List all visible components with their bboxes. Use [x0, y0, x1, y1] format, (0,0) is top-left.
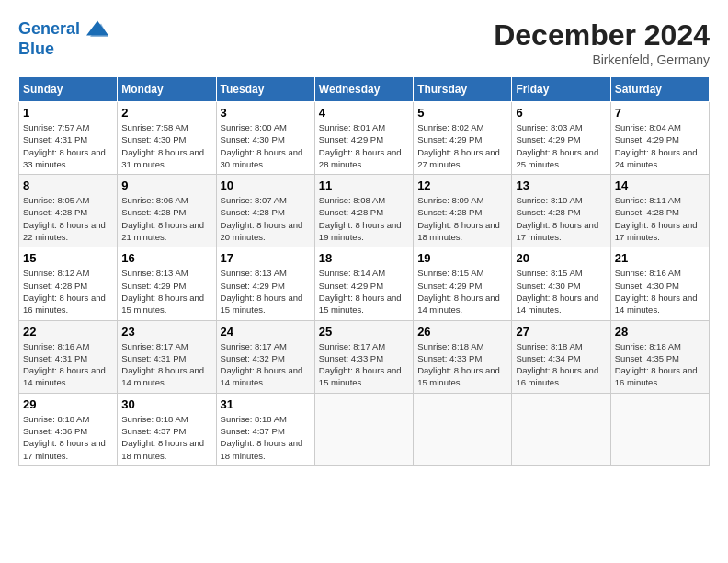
day-info: Sunrise: 8:05 AMSunset: 4:28 PMDaylight:…	[23, 194, 113, 243]
calendar-cell: 30Sunrise: 8:18 AMSunset: 4:37 PMDayligh…	[118, 393, 216, 465]
calendar-cell: 11Sunrise: 8:08 AMSunset: 4:28 PMDayligh…	[314, 175, 413, 247]
weekday-wednesday: Wednesday	[314, 77, 413, 102]
day-info: Sunrise: 8:02 AMSunset: 4:29 PMDaylight:…	[417, 121, 507, 170]
day-number: 25	[319, 325, 409, 339]
day-info: Sunrise: 8:15 AMSunset: 4:29 PMDaylight:…	[417, 267, 507, 316]
calendar-cell: 3Sunrise: 8:00 AMSunset: 4:30 PMDaylight…	[216, 102, 314, 175]
location: Birkenfeld, Germany	[494, 52, 710, 67]
calendar-cell: 22Sunrise: 8:16 AMSunset: 4:31 PMDayligh…	[19, 320, 118, 393]
calendar-table: SundayMondayTuesdayWednesdayThursdayFrid…	[18, 76, 710, 466]
day-number: 24	[221, 325, 311, 339]
day-info: Sunrise: 8:16 AMSunset: 4:31 PMDaylight:…	[23, 340, 113, 389]
day-info: Sunrise: 8:18 AMSunset: 4:37 PMDaylight:…	[221, 413, 311, 462]
day-number: 1	[23, 106, 113, 120]
calendar-cell: 20Sunrise: 8:15 AMSunset: 4:30 PMDayligh…	[512, 247, 610, 320]
weekday-friday: Friday	[512, 77, 610, 102]
title-block: December 2024 Birkenfeld, Germany	[494, 18, 710, 67]
day-number: 4	[319, 106, 409, 120]
day-info: Sunrise: 8:18 AMSunset: 4:37 PMDaylight:…	[121, 413, 211, 462]
calendar-cell: 23Sunrise: 8:17 AMSunset: 4:31 PMDayligh…	[118, 320, 216, 393]
calendar-week-2: 8Sunrise: 8:05 AMSunset: 4:28 PMDaylight…	[19, 175, 710, 247]
day-number: 30	[121, 397, 211, 411]
calendar-week-5: 29Sunrise: 8:18 AMSunset: 4:36 PMDayligh…	[19, 393, 710, 465]
day-number: 9	[121, 178, 211, 192]
day-number: 22	[23, 325, 113, 339]
calendar-body: 1Sunrise: 7:57 AMSunset: 4:31 PMDaylight…	[19, 102, 710, 466]
calendar-cell: 29Sunrise: 8:18 AMSunset: 4:36 PMDayligh…	[19, 393, 118, 465]
calendar-cell: 15Sunrise: 8:12 AMSunset: 4:28 PMDayligh…	[19, 247, 118, 320]
weekday-sunday: Sunday	[19, 77, 118, 102]
calendar-week-1: 1Sunrise: 7:57 AMSunset: 4:31 PMDaylight…	[19, 102, 710, 175]
day-info: Sunrise: 8:17 AMSunset: 4:32 PMDaylight:…	[221, 340, 311, 389]
day-info: Sunrise: 8:08 AMSunset: 4:28 PMDaylight:…	[319, 194, 409, 243]
day-number: 12	[417, 178, 507, 192]
day-number: 3	[221, 106, 311, 120]
calendar-cell	[610, 393, 709, 465]
day-number: 31	[221, 397, 311, 411]
calendar-cell: 10Sunrise: 8:07 AMSunset: 4:28 PMDayligh…	[216, 175, 314, 247]
calendar-week-4: 22Sunrise: 8:16 AMSunset: 4:31 PMDayligh…	[19, 320, 710, 393]
day-info: Sunrise: 8:03 AMSunset: 4:29 PMDaylight:…	[516, 121, 606, 170]
day-info: Sunrise: 8:12 AMSunset: 4:28 PMDaylight:…	[23, 267, 113, 316]
day-number: 16	[121, 251, 211, 265]
weekday-monday: Monday	[118, 77, 216, 102]
calendar-cell: 1Sunrise: 7:57 AMSunset: 4:31 PMDaylight…	[19, 102, 118, 175]
day-info: Sunrise: 8:15 AMSunset: 4:30 PMDaylight:…	[516, 267, 606, 316]
day-info: Sunrise: 7:57 AMSunset: 4:31 PMDaylight:…	[23, 121, 113, 170]
day-info: Sunrise: 8:11 AMSunset: 4:28 PMDaylight:…	[615, 194, 705, 243]
weekday-tuesday: Tuesday	[216, 77, 314, 102]
day-number: 19	[417, 251, 507, 265]
day-number: 15	[23, 251, 113, 265]
day-number: 26	[417, 325, 507, 339]
day-info: Sunrise: 8:17 AMSunset: 4:33 PMDaylight:…	[319, 340, 409, 389]
calendar-cell	[414, 393, 512, 465]
day-number: 21	[615, 251, 705, 265]
day-info: Sunrise: 8:14 AMSunset: 4:29 PMDaylight:…	[319, 267, 409, 316]
calendar-cell: 16Sunrise: 8:13 AMSunset: 4:29 PMDayligh…	[118, 247, 216, 320]
day-number: 23	[121, 325, 211, 339]
calendar-cell: 19Sunrise: 8:15 AMSunset: 4:29 PMDayligh…	[414, 247, 512, 320]
day-number: 7	[615, 106, 705, 120]
calendar-cell: 5Sunrise: 8:02 AMSunset: 4:29 PMDaylight…	[414, 102, 512, 175]
day-info: Sunrise: 8:18 AMSunset: 4:34 PMDaylight:…	[516, 340, 606, 389]
day-number: 20	[516, 251, 606, 265]
day-number: 2	[121, 106, 211, 120]
day-info: Sunrise: 8:18 AMSunset: 4:35 PMDaylight:…	[615, 340, 705, 389]
calendar-cell	[512, 393, 610, 465]
day-info: Sunrise: 8:10 AMSunset: 4:28 PMDaylight:…	[516, 194, 606, 243]
calendar-week-3: 15Sunrise: 8:12 AMSunset: 4:28 PMDayligh…	[19, 247, 710, 320]
day-number: 18	[319, 251, 409, 265]
calendar-cell: 21Sunrise: 8:16 AMSunset: 4:30 PMDayligh…	[610, 247, 709, 320]
day-number: 17	[221, 251, 311, 265]
calendar-cell: 6Sunrise: 8:03 AMSunset: 4:29 PMDaylight…	[512, 102, 610, 175]
month-title: December 2024	[494, 18, 710, 52]
calendar-cell: 26Sunrise: 8:18 AMSunset: 4:33 PMDayligh…	[414, 320, 512, 393]
logo: General Blue	[18, 18, 108, 59]
logo-text: General Blue	[18, 18, 108, 59]
day-info: Sunrise: 8:17 AMSunset: 4:31 PMDaylight:…	[121, 340, 211, 389]
day-number: 28	[615, 325, 705, 339]
calendar-cell: 17Sunrise: 8:13 AMSunset: 4:29 PMDayligh…	[216, 247, 314, 320]
calendar-cell: 13Sunrise: 8:10 AMSunset: 4:28 PMDayligh…	[512, 175, 610, 247]
calendar-cell: 12Sunrise: 8:09 AMSunset: 4:28 PMDayligh…	[414, 175, 512, 247]
day-number: 27	[516, 325, 606, 339]
day-info: Sunrise: 7:58 AMSunset: 4:30 PMDaylight:…	[121, 121, 211, 170]
day-number: 13	[516, 178, 606, 192]
calendar-cell: 27Sunrise: 8:18 AMSunset: 4:34 PMDayligh…	[512, 320, 610, 393]
calendar-cell: 7Sunrise: 8:04 AMSunset: 4:29 PMDaylight…	[610, 102, 709, 175]
weekday-header-row: SundayMondayTuesdayWednesdayThursdayFrid…	[19, 77, 710, 102]
calendar-cell	[314, 393, 413, 465]
weekday-thursday: Thursday	[414, 77, 512, 102]
day-number: 6	[516, 106, 606, 120]
day-info: Sunrise: 8:18 AMSunset: 4:33 PMDaylight:…	[417, 340, 507, 389]
day-info: Sunrise: 8:01 AMSunset: 4:29 PMDaylight:…	[319, 121, 409, 170]
calendar-cell: 8Sunrise: 8:05 AMSunset: 4:28 PMDaylight…	[19, 175, 118, 247]
day-number: 8	[23, 178, 113, 192]
calendar-cell: 4Sunrise: 8:01 AMSunset: 4:29 PMDaylight…	[314, 102, 413, 175]
calendar-cell: 25Sunrise: 8:17 AMSunset: 4:33 PMDayligh…	[314, 320, 413, 393]
day-info: Sunrise: 8:13 AMSunset: 4:29 PMDaylight:…	[221, 267, 311, 316]
day-info: Sunrise: 8:06 AMSunset: 4:28 PMDaylight:…	[121, 194, 211, 243]
day-number: 5	[417, 106, 507, 120]
page-header: General Blue December 2024 Birkenfeld, G…	[18, 18, 710, 67]
weekday-saturday: Saturday	[610, 77, 709, 102]
